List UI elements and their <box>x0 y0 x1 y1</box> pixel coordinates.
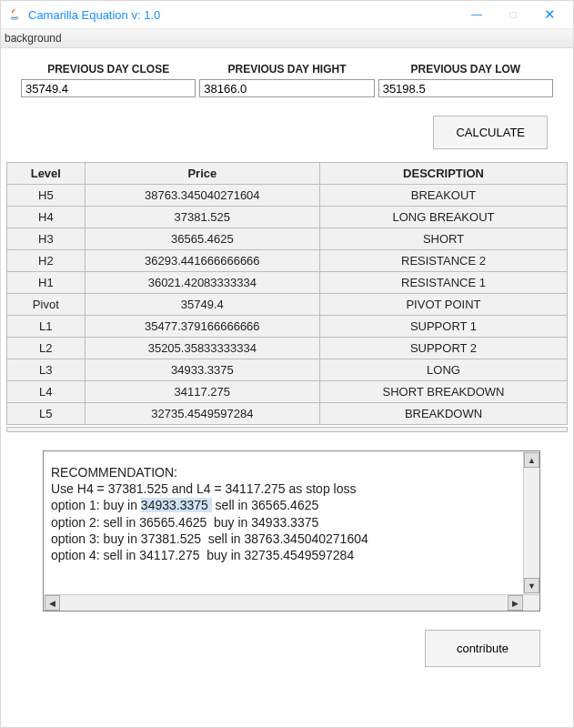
cell-price: 35205.35833333334 <box>85 338 319 359</box>
cell-level: H2 <box>7 250 86 272</box>
th-desc: DESCRIPTION <box>320 163 568 185</box>
cell-level: H4 <box>7 207 86 228</box>
cell-level: L5 <box>7 403 86 425</box>
prev-high-label: PREVIOUS DAY HIGHT <box>227 63 346 76</box>
cell-desc: SHORT BREAKDOWN <box>320 381 568 403</box>
th-level: Level <box>7 163 86 185</box>
cell-desc: RESISTANCE 2 <box>320 250 568 272</box>
cell-level: L4 <box>7 381 86 403</box>
cell-desc: LONG BREAKOUT <box>320 207 568 228</box>
scroll-down-icon[interactable]: ▼ <box>524 578 539 593</box>
prev-low-group: PREVIOUS DAY LOW <box>378 63 553 97</box>
cell-price: 36293.441666666666 <box>85 250 319 272</box>
cell-price: 36565.4625 <box>85 228 319 250</box>
maximize-button[interactable]: □ <box>495 1 531 28</box>
cell-price: 35477.379166666666 <box>85 316 319 338</box>
prev-close-input[interactable] <box>21 79 196 97</box>
table-row[interactable]: H437381.525LONG BREAKOUT <box>7 207 568 228</box>
scroll-up-icon[interactable]: ▲ <box>524 452 539 468</box>
cell-desc: SUPPORT 1 <box>320 316 568 338</box>
levels-table: Level Price DESCRIPTION H538763.34504027… <box>6 162 568 425</box>
cell-desc: PIVOT POINT <box>320 294 568 316</box>
table-row[interactable]: L532735.4549597284BREAKDOWN <box>7 403 568 425</box>
prev-close-group: PREVIOUS DAY CLOSE <box>21 63 196 97</box>
app-window: Camarilla Equation v: 1.0 ― □ ✕ backgrou… <box>0 0 574 728</box>
cell-price: 38763.345040271604 <box>85 185 319 207</box>
cell-price: 35749.4 <box>85 294 319 316</box>
calculate-button[interactable]: CALCULATE <box>433 116 548 149</box>
table-row[interactable]: L334933.3375LONG <box>7 359 568 381</box>
cell-level: L3 <box>7 359 86 381</box>
vertical-scrollbar[interactable]: ▲ ▼ <box>523 451 539 594</box>
cell-level: H3 <box>7 228 86 250</box>
java-icon <box>6 6 23 23</box>
table-row[interactable]: H336565.4625SHORT <box>7 228 568 250</box>
table-footer-strip <box>6 427 568 432</box>
cell-price: 36021.42083333334 <box>85 272 319 294</box>
table-row[interactable]: H136021.42083333334RESISTANCE 1 <box>7 272 568 294</box>
cell-desc: RESISTANCE 1 <box>320 272 568 294</box>
content-area: PREVIOUS DAY CLOSE PREVIOUS DAY HIGHT PR… <box>1 48 573 727</box>
scroll-left-icon[interactable]: ◀ <box>45 595 60 611</box>
table-row[interactable]: L434117.275SHORT BREAKDOWN <box>7 381 568 403</box>
prev-high-input[interactable] <box>199 79 374 97</box>
recommendation-text[interactable]: RECOMMENDATION:Use H4 = 37381.525 and L4… <box>44 451 523 594</box>
table-row[interactable]: H236293.441666666666RESISTANCE 2 <box>7 250 568 272</box>
inputs-row: PREVIOUS DAY CLOSE PREVIOUS DAY HIGHT PR… <box>21 63 553 97</box>
cell-desc: SHORT <box>320 228 568 250</box>
prev-high-group: PREVIOUS DAY HIGHT <box>199 63 374 97</box>
table-row[interactable]: L235205.35833333334SUPPORT 2 <box>7 338 568 359</box>
menu-item-background[interactable]: background <box>5 32 62 45</box>
menu-bar: background <box>1 29 573 48</box>
window-title: Camarilla Equation v: 1.0 <box>28 8 458 22</box>
contribute-button[interactable]: contribute <box>425 630 540 667</box>
recommendation-box: RECOMMENDATION:Use H4 = 37381.525 and L4… <box>43 450 540 612</box>
table-row[interactable]: Pivot35749.4PIVOT POINT <box>7 294 568 316</box>
cell-level: H5 <box>7 185 86 207</box>
title-bar[interactable]: Camarilla Equation v: 1.0 ― □ ✕ <box>1 1 573 29</box>
cell-price: 37381.525 <box>85 207 319 228</box>
horizontal-scrollbar[interactable]: ◀ ▶ <box>44 594 539 611</box>
cell-price: 32735.4549597284 <box>85 403 319 425</box>
cell-level: L2 <box>7 338 86 359</box>
cell-price: 34933.3375 <box>85 359 319 381</box>
scroll-right-icon[interactable]: ▶ <box>508 595 523 611</box>
cell-desc: SUPPORT 2 <box>320 338 568 359</box>
prev-close-label: PREVIOUS DAY CLOSE <box>47 63 169 76</box>
selected-text: 34933.3375 <box>141 498 212 512</box>
minimize-button[interactable]: ― <box>458 1 495 28</box>
cell-level: H1 <box>7 272 86 294</box>
cell-desc: LONG <box>320 359 568 381</box>
prev-low-label: PREVIOUS DAY LOW <box>410 63 520 76</box>
table-row[interactable]: H538763.345040271604BREAKOUT <box>7 185 568 207</box>
prev-low-input[interactable] <box>378 79 553 97</box>
cell-level: Pivot <box>7 294 86 316</box>
table-row[interactable]: L135477.379166666666SUPPORT 1 <box>7 316 568 338</box>
cell-level: L1 <box>7 316 86 338</box>
close-button[interactable]: ✕ <box>531 1 568 28</box>
cell-price: 34117.275 <box>85 381 319 403</box>
cell-desc: BREAKDOWN <box>320 403 568 425</box>
cell-desc: BREAKOUT <box>320 185 568 207</box>
th-price: Price <box>85 163 319 185</box>
